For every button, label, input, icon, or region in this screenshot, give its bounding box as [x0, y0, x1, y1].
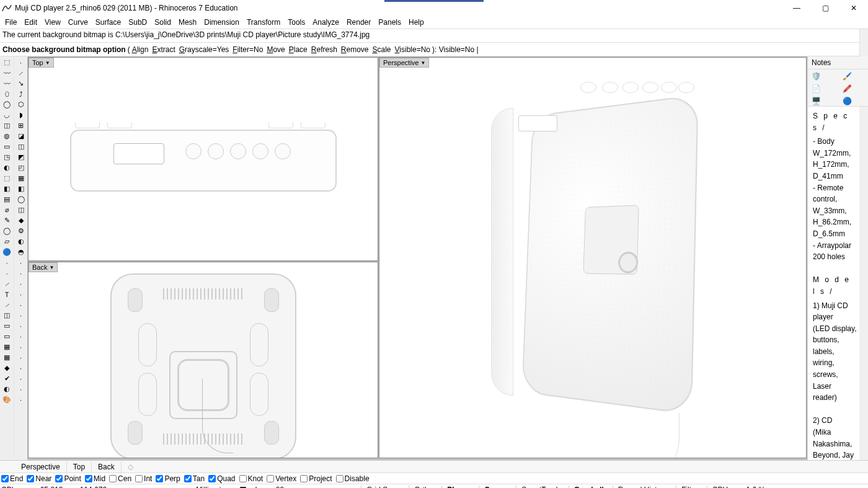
tool-icon-18[interactable]: ◓ [16, 247, 27, 257]
menu-analyze[interactable]: Analyze [309, 17, 343, 28]
menu-file[interactable]: File [1, 17, 20, 28]
cmd-opt-place[interactable]: Place [289, 45, 308, 54]
view-tab-back[interactable]: Back [92, 461, 122, 472]
tool-icon-32[interactable]: · [16, 395, 27, 404]
osnap-perp[interactable]: Perp [156, 474, 180, 483]
tool-icon-11[interactable]: ⬚ [1, 174, 12, 183]
tool-icon-6[interactable]: ◫ [1, 121, 12, 130]
osnap-check-int[interactable] [135, 475, 143, 482]
chevron-down-icon[interactable]: ▼ [45, 60, 50, 66]
tool-icon-24[interactable]: ◫ [1, 311, 12, 320]
view-tab-top[interactable]: Top [67, 461, 92, 472]
tool-icon-10[interactable]: ◐ [1, 163, 12, 172]
tool-icon-3[interactable]: ⤴ [16, 89, 27, 99]
tool-icon-12[interactable]: ◧ [16, 184, 27, 193]
tool-icon-16[interactable]: ◯ [1, 226, 12, 236]
add-view-tab[interactable]: ◇ [122, 461, 140, 472]
view-tab-perspective[interactable]: Perspective [15, 461, 67, 472]
osnap-int[interactable]: Int [135, 474, 152, 483]
menu-mesh[interactable]: Mesh [175, 17, 200, 28]
tool-icon-4[interactable]: ◯ [1, 100, 12, 109]
tool-icon-7[interactable]: ◪ [16, 131, 27, 141]
osnap-cen[interactable]: Cen [109, 474, 131, 483]
status-gridsnap[interactable]: Grid Snap [361, 486, 400, 489]
tool-icon-30[interactable]: ✔ [1, 374, 12, 383]
minimize-button[interactable]: — [782, 0, 811, 16]
osnap-check-perp[interactable] [156, 475, 163, 482]
tool-icon-6[interactable]: ⊞ [16, 121, 27, 130]
menu-tools[interactable]: Tools [284, 17, 309, 28]
notes-body[interactable]: S p e c s /- Body W_172mm, H_172mm, D_41… [808, 107, 868, 460]
tool-icon-30[interactable]: · [16, 374, 27, 383]
tool-icon-28[interactable]: · [16, 353, 27, 362]
cmd-opt-scale[interactable]: Scale [373, 45, 391, 54]
menu-solid[interactable]: Solid [151, 17, 175, 28]
command-scrollbar[interactable] [859, 29, 868, 56]
tool-icon-32[interactable]: 🎨 [1, 395, 12, 404]
render-icon[interactable]: 🖍️ [843, 84, 854, 94]
tool-icon-19[interactable]: · [16, 258, 27, 267]
display-icon[interactable]: 🖥️ [812, 97, 823, 107]
osnap-check-disable[interactable] [336, 475, 343, 482]
osnap-vertex[interactable]: Vertex [267, 474, 296, 483]
menu-dimension[interactable]: Dimension [200, 17, 243, 28]
status-filter[interactable]: Filter [676, 486, 698, 489]
maximize-button[interactable]: ▢ [811, 0, 839, 16]
tool-icon-21[interactable]: ⟋ [1, 279, 12, 288]
tool-icon-17[interactable]: ◐ [16, 237, 27, 246]
tool-icon-29[interactable]: ◆ [1, 363, 12, 373]
tool-icon-20[interactable]: · [16, 268, 27, 278]
chevron-down-icon[interactable]: ▼ [49, 265, 54, 270]
tool-icon-9[interactable]: ◳ [1, 153, 12, 162]
tool-icon-2[interactable]: ↘ [16, 79, 27, 88]
close-button[interactable]: ✕ [839, 0, 868, 16]
status-gumball[interactable]: Gumball [569, 486, 604, 489]
cmd-opt-move[interactable]: Move [267, 45, 285, 54]
osnap-check-project[interactable] [300, 475, 308, 482]
tool-icon-9[interactable]: ◩ [16, 153, 27, 162]
tool-icon-27[interactable]: · [16, 342, 27, 352]
tool-icon-31[interactable]: ◐ [1, 384, 12, 394]
osnap-check-quad[interactable] [208, 475, 216, 482]
status-osnap[interactable]: Osnap [479, 486, 507, 489]
layers-icon[interactable]: 📄 [812, 84, 823, 94]
color-icon[interactable]: 🔵 [843, 97, 854, 107]
tool-icon-12[interactable]: ◧ [1, 184, 12, 193]
status-smarttrack[interactable]: SmartTrack [516, 486, 560, 489]
tool-icon-8[interactable]: ▭ [1, 142, 12, 151]
tool-icon-20[interactable]: · [1, 268, 12, 278]
tool-icon-26[interactable]: · [16, 332, 27, 341]
chevron-down-icon[interactable]: ▼ [420, 60, 425, 66]
tool-icon-29[interactable]: · [16, 363, 27, 373]
cmd-opt-refresh[interactable]: Refresh [311, 45, 337, 54]
materials-icon[interactable]: 🖌️ [843, 72, 854, 82]
tool-icon-5[interactable]: ◡ [1, 110, 12, 120]
osnap-check-cen[interactable] [109, 475, 117, 482]
cmd-opt-remove[interactable]: Remove [341, 45, 369, 54]
tool-icon-27[interactable]: ▦ [1, 342, 12, 352]
tool-icon-13[interactable]: ◯ [16, 195, 27, 204]
tool-icon-0[interactable]: ⬚ [1, 58, 12, 67]
tool-icon-2[interactable]: 〰 [1, 79, 12, 88]
command-prompt[interactable]: Choose background bitmap option ( Align … [0, 43, 868, 56]
tool-icon-1[interactable]: 〰 [1, 68, 12, 78]
viewport-back[interactable]: Back▼ [28, 262, 378, 458]
tool-icon-4[interactable]: ⬡ [16, 100, 27, 109]
tool-icon-16[interactable]: ⚙ [16, 226, 27, 236]
viewport-top[interactable]: Top▼ [28, 57, 378, 261]
tool-icon-13[interactable]: ▤ [1, 195, 12, 204]
viewport-perspective[interactable]: Perspective▼ [379, 57, 807, 458]
cmd-opt-extract[interactable]: Extract [152, 45, 175, 54]
osnap-check-knot[interactable] [239, 475, 247, 482]
osnap-end[interactable]: End [1, 474, 23, 483]
tool-icon-0[interactable]: · [16, 58, 27, 67]
cmd-opt-align[interactable]: Align [132, 45, 149, 54]
tool-icon-21[interactable]: · [16, 279, 27, 288]
viewport-tab-perspective[interactable]: Perspective▼ [379, 58, 429, 68]
tool-icon-24[interactable]: · [16, 311, 27, 320]
menu-curve[interactable]: Curve [64, 17, 92, 28]
menu-panels[interactable]: Panels [374, 17, 405, 28]
cmd-opt-grayscale[interactable]: Grayscale=Yes [179, 45, 229, 54]
status-recordhistory[interactable]: Record History [613, 486, 667, 489]
tool-icon-31[interactable]: · [16, 384, 27, 394]
